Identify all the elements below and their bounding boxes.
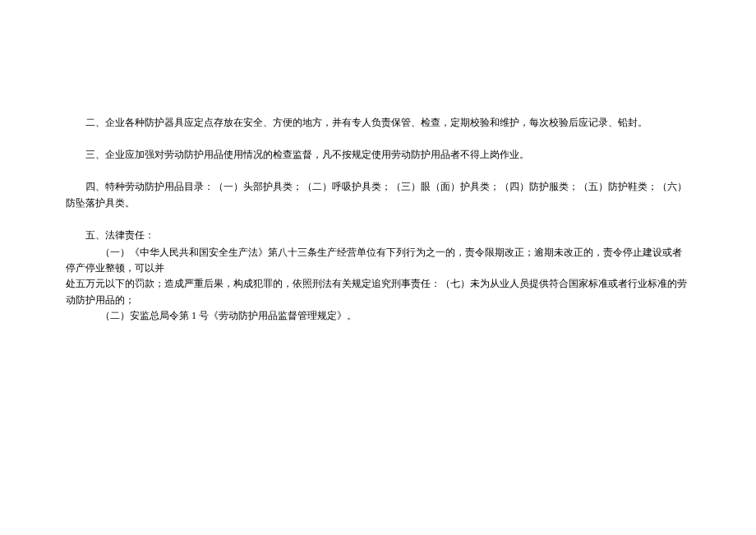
paragraph-item-2: 二、企业各种防护器具应定点存放在安全、方便的地方，并有专人负责保管、检查，定期校…: [66, 115, 690, 131]
paragraph-5-sub1-line2: 处五万元以下的罚款；造成严重后果，构成犯罪的，依照刑法有关规定追究刑事责任：（七…: [66, 276, 690, 307]
paragraph-5-sub1-line1: （一）《中华人民共和国安全生产法》第八十三条生产经营单位有下列行为之一的，责令限…: [66, 245, 690, 276]
paragraph-item-5: 五、法律责任： （一）《中华人民共和国安全生产法》第八十三条生产经营单位有下列行…: [66, 228, 690, 324]
paragraph-5-heading: 五、法律责任：: [66, 228, 690, 243]
paragraph-item-3: 三、企业应加强对劳动防护用品使用情况的检查监督，凡不按规定使用劳动防护用品者不得…: [66, 147, 690, 163]
paragraph-5-sub2: （二）安监总局令第 1 号《劳动防护用品监督管理规定》。: [66, 308, 690, 324]
paragraph-item-4: 四、特种劳动防护用品目录：（一）头部护具类；（二）呼吸护具类；（三）眼（面）护具…: [66, 179, 690, 210]
